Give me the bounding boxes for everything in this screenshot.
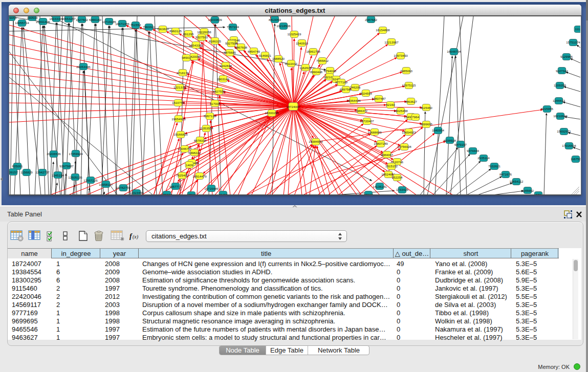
svg-text:15807249: 15807249 (374, 142, 388, 145)
svg-text:9084067: 9084067 (381, 153, 394, 157)
svg-text:14055714: 14055714 (15, 21, 29, 25)
svg-text:6879197: 6879197 (454, 143, 467, 146)
svg-text:2718176: 2718176 (177, 71, 189, 75)
svg-text:16210643: 16210643 (553, 114, 568, 118)
svg-text:9474444: 9474444 (467, 149, 480, 152)
svg-text:8471676: 8471676 (499, 172, 512, 176)
svg-text:8322037: 8322037 (285, 62, 298, 65)
svg-text:17359924: 17359924 (69, 152, 83, 156)
svg-text:19218506: 19218506 (276, 24, 291, 28)
svg-text:7964: 7964 (412, 115, 419, 119)
svg-text:12975115: 12975115 (402, 83, 416, 87)
svg-text:976: 976 (536, 193, 541, 195)
svg-text:10958107: 10958107 (99, 183, 113, 186)
svg-text:12942737: 12942737 (35, 170, 50, 174)
svg-text:8427552: 8427552 (213, 90, 226, 93)
svg-text:39157: 39157 (9, 170, 18, 174)
svg-text:10653267: 10653267 (61, 17, 76, 20)
svg-text:2935114: 2935114 (477, 156, 490, 160)
svg-text:1162615: 1162615 (299, 66, 312, 70)
svg-text:16914479: 16914479 (192, 174, 207, 178)
svg-text:93975887: 93975887 (59, 164, 74, 168)
svg-text:20206536: 20206536 (47, 152, 61, 156)
svg-text:16543362: 16543362 (189, 43, 203, 47)
svg-text:7485063: 7485063 (400, 69, 413, 73)
svg-text:10719185: 10719185 (102, 20, 116, 24)
svg-text:2803144: 2803144 (217, 77, 230, 81)
svg-text:9699695: 9699695 (420, 122, 433, 126)
svg-text:1409: 1409 (186, 163, 193, 167)
svg-text:1221338: 1221338 (173, 85, 186, 89)
svg-text:417006: 417006 (210, 102, 221, 105)
svg-text:15751074: 15751074 (566, 40, 580, 44)
svg-text:10807487: 10807487 (372, 97, 386, 100)
svg-text:92450: 92450 (219, 193, 228, 195)
svg-text:3024554: 3024554 (360, 92, 373, 95)
svg-text:7663822: 7663822 (157, 27, 169, 31)
svg-text:1610755: 1610755 (172, 101, 185, 104)
svg-text:9463627: 9463627 (405, 100, 418, 103)
svg-text:18724007: 18724007 (286, 105, 300, 108)
svg-text:16671355: 16671355 (115, 22, 129, 26)
svg-text:11325419: 11325419 (287, 32, 301, 36)
svg-text:(x): (x) (133, 234, 139, 240)
svg-text:1345194: 1345194 (52, 173, 64, 177)
svg-text:19654923: 19654923 (402, 130, 416, 134)
svg-text:8186325: 8186325 (209, 39, 222, 43)
svg-text:12323468: 12323468 (129, 191, 144, 194)
svg-text:11353594: 11353594 (199, 126, 213, 130)
svg-text:8813054: 8813054 (269, 18, 281, 21)
svg-text:17016504: 17016504 (562, 144, 576, 147)
svg-text:1156829: 1156829 (20, 170, 33, 174)
svg-text:7625402: 7625402 (176, 173, 189, 177)
svg-text:1112: 1112 (575, 27, 580, 31)
svg-text:891295: 891295 (183, 32, 194, 36)
svg-text:9146821: 9146821 (259, 54, 272, 57)
svg-text:17957225: 17957225 (83, 179, 98, 182)
svg-text:9327508: 9327508 (225, 41, 238, 45)
svg-text:8215955: 8215955 (541, 107, 554, 111)
svg-text:7955812: 7955812 (316, 59, 329, 62)
svg-text:7357224: 7357224 (227, 25, 239, 29)
svg-text:5498222: 5498222 (188, 151, 201, 155)
svg-text:209055: 209055 (9, 16, 17, 19)
svg-text:8267130: 8267130 (204, 114, 216, 118)
svg-text:20053346: 20053346 (76, 65, 91, 69)
svg-text:16033809: 16033809 (208, 18, 222, 21)
svg-text:10654112: 10654112 (509, 180, 524, 183)
svg-text:6466160: 6466160 (89, 18, 102, 21)
svg-text:98901: 98901 (182, 56, 191, 59)
svg-text:116753: 116753 (571, 157, 580, 161)
svg-text:15720407: 15720407 (360, 119, 374, 123)
svg-text:9129966: 9129966 (560, 55, 573, 58)
svg-text:20691406: 20691406 (36, 20, 50, 24)
svg-text:7386372: 7386372 (355, 109, 368, 113)
svg-text:19756928: 19756928 (397, 145, 411, 148)
svg-text:8938928: 8938928 (444, 139, 456, 142)
svg-text:9115460: 9115460 (420, 106, 432, 110)
svg-text:8454749: 8454749 (248, 50, 260, 53)
svg-text:9777169: 9777169 (335, 80, 348, 84)
svg-text:1244413: 1244413 (553, 99, 565, 102)
svg-text:87612: 87612 (364, 193, 373, 195)
svg-text:18300295: 18300295 (265, 111, 279, 115)
svg-text:190533: 190533 (27, 16, 38, 19)
svg-text:3875685: 3875685 (224, 51, 236, 54)
svg-text:9242848: 9242848 (220, 64, 232, 68)
svg-text:7663322: 7663322 (143, 25, 156, 29)
svg-text:8960125: 8960125 (169, 29, 182, 33)
svg-text:8990448: 8990448 (310, 70, 323, 74)
svg-text:10973493: 10973493 (394, 54, 408, 57)
svg-text:7632621: 7632621 (488, 164, 501, 168)
svg-text:252254: 252254 (392, 176, 403, 179)
svg-text:2087682: 2087682 (365, 18, 378, 21)
svg-text:19166825: 19166825 (173, 133, 188, 136)
svg-text:1640954: 1640954 (432, 128, 445, 132)
svg-text:1527602: 1527602 (76, 18, 89, 21)
svg-text:9327503: 9327503 (195, 35, 208, 39)
svg-text:875999: 875999 (162, 193, 172, 195)
svg-text:62160: 62160 (386, 103, 395, 106)
svg-text:1588520: 1588520 (272, 57, 285, 60)
svg-text:1733426: 1733426 (396, 188, 409, 191)
svg-text:20364436: 20364436 (346, 99, 361, 102)
